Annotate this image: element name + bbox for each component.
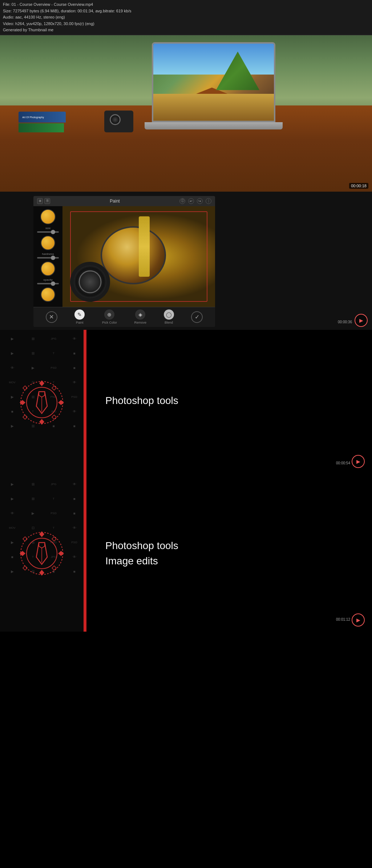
laptop-screen xyxy=(152,42,275,122)
section-photoshop-tools-1: ▶ ⊞ JPG 👁 ▶ ⊞ T ■ 👁 ▶ PSD ■ MOV ⊡ T 👁 ▶ … xyxy=(0,330,372,475)
pickcolor-icon: ⊕ xyxy=(104,309,114,320)
remove-icon: ◈ xyxy=(135,309,145,320)
pi2: ▶ xyxy=(23,507,43,520)
hardness-slider[interactable] xyxy=(37,257,59,259)
timestamp-4: 00:01:12 xyxy=(336,617,350,621)
play-button-3[interactable]: ▶ xyxy=(352,455,365,468)
paint-canvas xyxy=(62,206,215,307)
image-edits-heading: Image edits xyxy=(105,555,350,567)
paint-nav-icon[interactable]: ⊞ xyxy=(37,198,43,204)
opacity-label: opacity xyxy=(43,278,52,281)
paint-app-header: ⊞ ☰ Paint ⓘ ↩ ↪ ⋮ xyxy=(33,196,215,206)
paint-color-swatch[interactable] xyxy=(40,209,56,224)
paint-toolbar: ✕ ✎ Paint ⊕ Pick Color ◈ Remove ◯ Blend … xyxy=(33,307,215,327)
pi2: JPG xyxy=(44,477,64,491)
paint-tool-paint[interactable]: ✎ Paint xyxy=(74,309,85,324)
pi2: 👁 xyxy=(2,507,22,520)
pi2: ⊞ xyxy=(23,477,43,491)
laptop-screen-content xyxy=(153,44,274,121)
pi2: 👁 xyxy=(64,521,84,535)
pi: ■ xyxy=(64,361,84,375)
file-info-line1: File: 01 - Course Overview - Course Over… xyxy=(3,1,369,8)
engine-cylinder xyxy=(101,226,166,284)
red-accent-bar-2 xyxy=(84,475,86,632)
camera-lens xyxy=(110,114,121,125)
section-photoshop-tools-2: ▶ ⊞ JPG 👁 ▶ ⊞ T ■ 👁 ▶ PSD ■ MOV ⊡ T 👁 ▶ … xyxy=(0,475,372,632)
size-slider[interactable] xyxy=(37,231,59,233)
pi: ⊞ xyxy=(23,332,43,346)
svg-marker-4 xyxy=(58,400,64,405)
paint-header-left: ⊞ ☰ xyxy=(37,198,50,204)
pi2: ■ xyxy=(64,507,84,520)
paint-tool-remove[interactable]: ◈ Remove xyxy=(134,309,147,324)
paint-body: size hardness opacity xyxy=(33,206,215,307)
paint-brush-icon: ✎ xyxy=(74,309,85,320)
svg-marker-13 xyxy=(39,570,44,576)
pi2: 👁 xyxy=(64,550,84,564)
wheel xyxy=(70,262,110,302)
pi2: PSD xyxy=(64,536,84,549)
file-info-line5: Generated by Thumbnail me xyxy=(3,27,369,33)
opacity-slider[interactable] xyxy=(37,283,59,284)
paint-undo-icon[interactable]: ↩ xyxy=(188,198,194,204)
play-button-4[interactable]: ▶ xyxy=(352,613,365,627)
size-label: size xyxy=(45,227,50,230)
paint-confirm-button[interactable]: ✓ xyxy=(191,311,203,323)
paint-title: Paint xyxy=(50,199,179,204)
play-button-2[interactable]: ▶ xyxy=(355,314,368,327)
blend-icon: ◯ xyxy=(164,309,174,320)
pi2: T xyxy=(44,492,64,506)
timestamp-1: 00:00:18 xyxy=(349,183,368,189)
pi: 👁 xyxy=(64,405,84,419)
file-info-bar: File: 01 - Course Overview - Course Over… xyxy=(0,0,372,35)
wheel-inner xyxy=(79,271,102,293)
paint-label: Paint xyxy=(76,321,84,324)
file-info-line2: Size: 7275497 bytes (6.94 MiB), duration… xyxy=(3,8,369,15)
hardness-label: hardness xyxy=(42,252,54,256)
camera-device xyxy=(104,111,133,132)
pi2: ▶ xyxy=(2,492,22,506)
file-info-line3: Audio: aac, 44100 Hz, stereo (eng) xyxy=(3,14,369,21)
pattern-column-2: ▶ ⊞ JPG 👁 ▶ ⊞ T ■ 👁 ▶ PSD ■ MOV ⊡ T 👁 ▶ … xyxy=(0,475,84,632)
paint-tool-pickcolor[interactable]: ⊕ Pick Color xyxy=(102,309,117,324)
paint-info-icon[interactable]: ⓘ xyxy=(179,198,185,204)
laptop xyxy=(145,42,283,137)
color-swatch-2[interactable] xyxy=(41,287,55,302)
red-accent-bar-1 xyxy=(84,330,86,475)
pi: ▶ xyxy=(2,332,22,346)
paint-more-icon[interactable]: ⋮ xyxy=(206,198,211,204)
paint-layers-icon[interactable]: ☰ xyxy=(44,198,50,204)
photoshop-tools-heading-2: Photoshop tools xyxy=(105,540,350,552)
pi: PSD xyxy=(64,390,84,404)
paint-section: ⊞ ☰ Paint ⓘ ↩ ↪ ⋮ size hardness op xyxy=(0,192,372,330)
pi: JPG xyxy=(44,332,64,346)
pi: ■ xyxy=(64,347,84,360)
pi: T xyxy=(44,347,64,360)
timestamp-2: 00:00:36 xyxy=(338,320,352,324)
paint-redo-icon[interactable]: ↪ xyxy=(197,198,203,204)
pi: 👁 xyxy=(64,332,84,346)
pi: ▶ xyxy=(23,361,43,375)
pi: ▶ xyxy=(2,347,22,360)
pen-tool-icon-2 xyxy=(18,530,65,577)
ground xyxy=(153,94,274,121)
content-column-1: Photoshop tools xyxy=(84,330,372,475)
file-info-line4: Video: h264, yuv420p, 1280x720, 30.00 fp… xyxy=(3,21,369,27)
pi2: PSD xyxy=(44,507,64,520)
pi: ■ xyxy=(64,419,84,433)
svg-marker-2 xyxy=(39,419,44,425)
opacity-swatch[interactable] xyxy=(41,261,55,276)
pattern-column-1: ▶ ⊞ JPG 👁 ▶ ⊞ T ■ 👁 ▶ PSD ■ MOV ⊡ T 👁 ▶ … xyxy=(0,330,84,475)
paint-close-button[interactable]: ✕ xyxy=(46,311,57,323)
pickcolor-label: Pick Color xyxy=(102,321,117,324)
remove-label: Remove xyxy=(134,321,147,324)
laptop-section: 00:00:18 xyxy=(0,35,372,192)
pi: PSD xyxy=(44,361,64,375)
hardness-swatch[interactable] xyxy=(41,236,55,250)
pi2: ■ xyxy=(64,492,84,506)
paint-sidebar: size hardness opacity xyxy=(33,206,62,307)
book2 xyxy=(19,123,64,132)
paint-tool-blend[interactable]: ◯ Blend xyxy=(164,309,174,324)
photoshop-tools-heading-1: Photoshop tools xyxy=(105,395,350,407)
pen-tool-icon-1 xyxy=(18,379,65,426)
